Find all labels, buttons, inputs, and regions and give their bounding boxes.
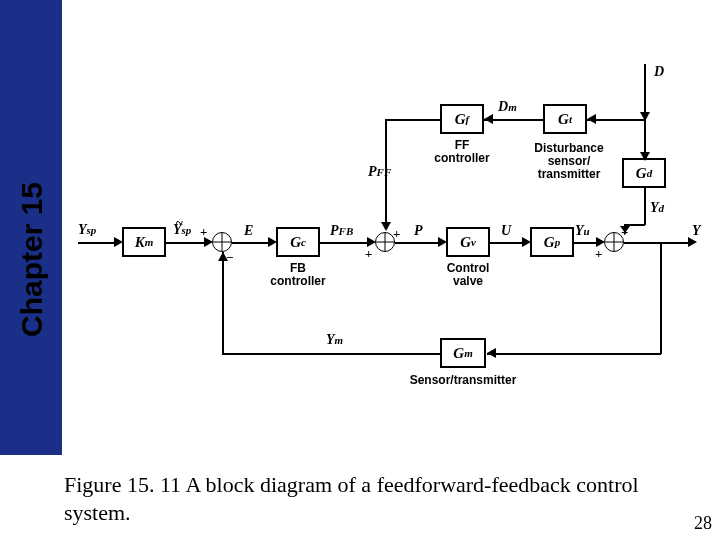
block-diagram: D Gt Disturbance sensor/ transmitter Gf … <box>78 64 712 442</box>
label-dst: Disturbance sensor/ transmitter <box>528 142 610 182</box>
label-fb: FB controller <box>262 262 334 288</box>
signal-PFB: PFB <box>330 223 353 239</box>
signal-Ym: Ym <box>326 332 343 348</box>
signal-Yu: Yu <box>575 223 590 239</box>
chapter-label: Chapter 15 <box>15 137 49 337</box>
block-Gt: Gt <box>543 104 587 134</box>
block-Gp: Gp <box>530 227 574 257</box>
signal-Dm: Dm <box>498 99 517 115</box>
page-number: 28 <box>694 513 712 534</box>
summing-junction-1 <box>212 232 232 252</box>
label-st: Sensor/transmitter <box>408 374 518 387</box>
signal-P: P <box>414 223 423 239</box>
figure-caption: Figure 15. 11 A block diagram of a feedf… <box>64 471 694 526</box>
block-Gd: Gd <box>622 158 666 188</box>
signal-Yspt: Ysp <box>173 222 191 238</box>
block-Gf: Gf <box>440 104 484 134</box>
summing-junction-2 <box>375 232 395 252</box>
signal-Y: Y <box>692 223 701 239</box>
signal-PFF: PFF <box>368 164 391 180</box>
block-Km: Km <box>122 227 166 257</box>
signal-Yd: Yd <box>650 200 664 216</box>
signal-U: U <box>501 223 511 239</box>
signal-D: D <box>654 64 664 80</box>
block-Gv: Gv <box>446 227 490 257</box>
block-Gm: Gm <box>440 338 486 368</box>
label-cv: Control valve <box>432 262 504 288</box>
signal-Ysp: Ysp <box>78 222 96 238</box>
signal-E: E <box>244 223 253 239</box>
label-ff: FF controller <box>426 139 498 165</box>
block-Gc: Gc <box>276 227 320 257</box>
